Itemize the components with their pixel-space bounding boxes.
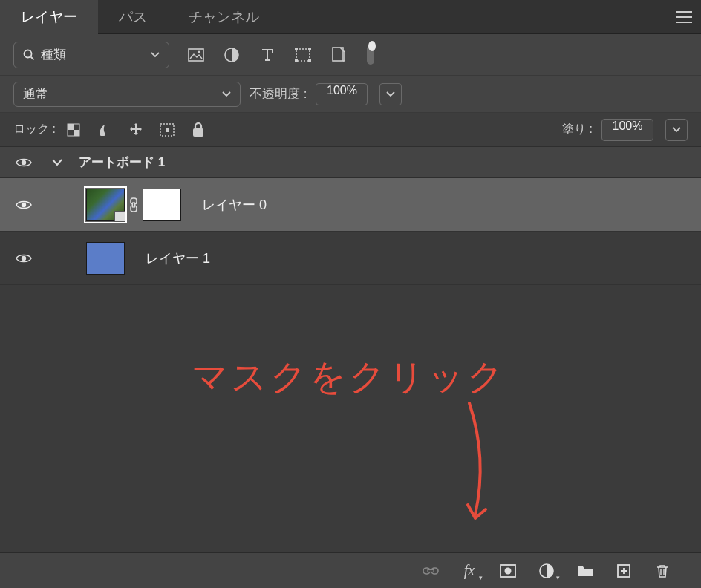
chevron-down-icon [672, 127, 681, 133]
svg-rect-5 [295, 48, 298, 50]
chevron-down-icon [151, 52, 160, 58]
filter-row: 種類 [0, 34, 701, 76]
eye-icon [16, 157, 32, 169]
opacity-input[interactable]: 100% [316, 83, 368, 105]
fill-label: 塗り : [562, 122, 593, 137]
svg-point-21 [22, 255, 26, 260]
chevron-down-icon [52, 159, 62, 166]
chevron-down-icon [222, 91, 231, 97]
lock-row: ロック : 塗り : 100% [0, 113, 701, 147]
delete-layer-button[interactable] [653, 562, 671, 580]
fill-stepper[interactable] [665, 119, 688, 141]
opacity-label: 不透明度 : [250, 85, 307, 102]
svg-point-17 [22, 202, 26, 206]
layers-panel: レイヤー パス チャンネル 種類 通常 [0, 0, 701, 588]
artboard-name: アートボード 1 [79, 154, 165, 171]
layer-name[interactable]: レイヤー 0 [202, 196, 267, 214]
disclosure-toggle[interactable] [52, 159, 62, 166]
panel-menu-button[interactable] [667, 0, 701, 34]
filter-type-icon[interactable] [258, 46, 276, 64]
filter-type-buttons [187, 46, 376, 64]
layer-row-0[interactable]: レイヤー 0 [0, 178, 701, 232]
svg-rect-1 [189, 49, 203, 61]
svg-point-2 [198, 50, 200, 53]
filter-toggle[interactable] [365, 46, 376, 64]
filter-pixel-icon[interactable] [187, 46, 205, 64]
add-mask-button[interactable] [499, 562, 517, 580]
annotation-text: マスクをクリック [192, 353, 506, 401]
mask-thumbnail[interactable] [143, 189, 181, 221]
layer-thumbnail[interactable] [86, 189, 125, 221]
visibility-toggle[interactable] [15, 249, 33, 267]
panel-footer: fx▾ ▾ [0, 552, 701, 588]
tab-paths[interactable]: パス [98, 0, 168, 34]
mask-link-icon[interactable] [129, 197, 138, 212]
new-adjustment-button[interactable]: ▾ [538, 562, 555, 580]
svg-rect-20 [133, 203, 135, 207]
opacity-stepper[interactable] [379, 83, 402, 105]
svg-rect-6 [308, 48, 311, 50]
annotation-arrow-icon [447, 399, 499, 526]
svg-rect-12 [74, 130, 79, 136]
svg-rect-7 [295, 59, 298, 62]
svg-rect-24 [428, 569, 434, 572]
panel-tabs: レイヤー パス チャンネル [0, 0, 701, 34]
layer-row-1[interactable]: レイヤー 1 [0, 232, 701, 285]
svg-rect-15 [193, 128, 203, 137]
eye-icon [16, 199, 32, 211]
svg-rect-11 [68, 124, 74, 130]
lock-label: ロック : [13, 122, 56, 137]
hamburger-icon [676, 11, 692, 23]
svg-point-26 [505, 567, 512, 574]
svg-rect-8 [308, 59, 311, 62]
svg-point-16 [22, 160, 26, 164]
smartobject-badge-icon [114, 211, 125, 222]
new-group-button[interactable] [576, 562, 594, 580]
filter-smartobject-icon[interactable] [330, 46, 348, 64]
search-icon [23, 49, 35, 61]
chevron-down-icon [386, 91, 395, 97]
link-layers-button [422, 562, 440, 580]
visibility-toggle[interactable] [15, 154, 33, 172]
blend-row: 通常 不透明度 : 100% [0, 76, 701, 113]
layers-list: アートボード 1 レイヤー 0 [0, 147, 701, 552]
blend-mode-select[interactable]: 通常 [13, 82, 241, 107]
blend-mode-value: 通常 [23, 85, 48, 102]
visibility-toggle[interactable] [15, 196, 33, 214]
filter-adjustment-icon[interactable] [223, 46, 241, 64]
svg-rect-14 [166, 128, 169, 132]
svg-point-0 [25, 50, 32, 57]
filter-kind-label: 種類 [41, 46, 66, 63]
filter-kind-select[interactable]: 種類 [13, 42, 169, 68]
new-layer-button[interactable] [615, 562, 633, 580]
tab-layers[interactable]: レイヤー [0, 0, 98, 34]
lock-all-icon[interactable] [189, 121, 207, 139]
svg-rect-4 [296, 49, 310, 61]
tab-channels[interactable]: チャンネル [168, 0, 280, 34]
filter-shape-icon[interactable] [294, 46, 312, 64]
lock-position-icon[interactable] [127, 121, 145, 139]
artboard-row[interactable]: アートボード 1 [0, 147, 701, 178]
layer-thumbnail[interactable] [86, 242, 125, 275]
lock-image-icon[interactable] [96, 121, 114, 139]
layer-style-button[interactable]: fx▾ [460, 562, 478, 580]
layer-name[interactable]: レイヤー 1 [146, 249, 210, 267]
lock-artboard-icon[interactable] [158, 121, 176, 139]
eye-icon [16, 252, 32, 264]
fill-input[interactable]: 100% [601, 119, 653, 141]
lock-transparency-icon[interactable] [65, 121, 82, 139]
